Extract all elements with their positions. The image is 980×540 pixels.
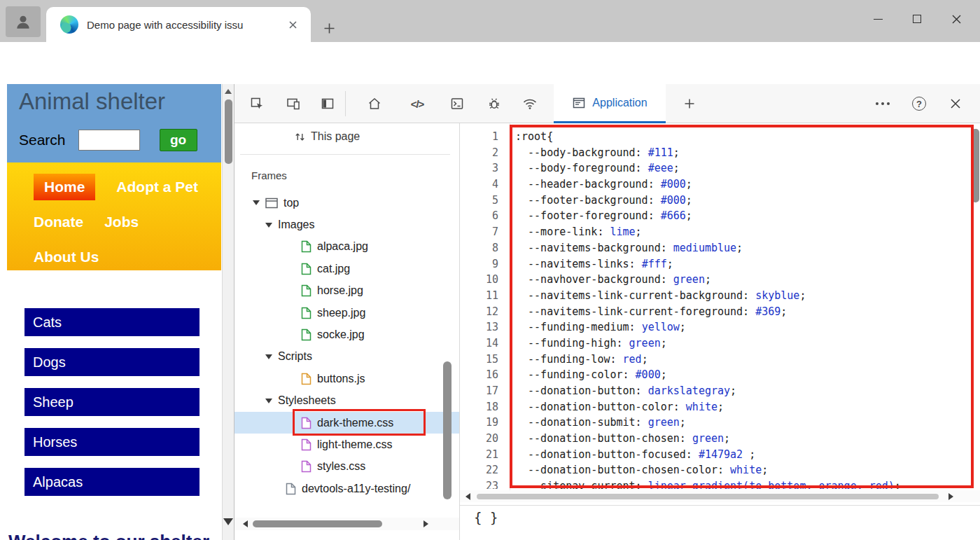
tree-item-dark-theme-css[interactable]: dark-theme.css <box>234 412 460 434</box>
close-devtools-button[interactable] <box>943 91 968 116</box>
tab-application-label: Application <box>592 97 647 109</box>
nav-item-home[interactable]: Home <box>34 174 95 200</box>
scroll-left-arrow-icon[interactable] <box>465 493 470 500</box>
devtools-toolbar: </> Application <box>234 84 980 123</box>
tree-item-cat-jpg[interactable]: cat.jpg <box>234 258 460 279</box>
device-emulation-icon <box>286 97 300 111</box>
line-number: 6 <box>460 208 510 224</box>
expand-arrow-icon[interactable] <box>265 399 272 403</box>
tree-item-scripts[interactable]: Scripts <box>234 346 460 368</box>
tree-item-devtools-a11y-testing[interactable]: devtools-a11y-testing/ <box>234 478 460 499</box>
code-hscrollbar-thumb[interactable] <box>477 494 939 499</box>
stylesheet-file-icon <box>301 460 312 473</box>
category-button-dogs[interactable]: Dogs <box>24 348 200 376</box>
page-scrollbar[interactable] <box>222 84 234 540</box>
tab-welcome[interactable] <box>362 91 387 116</box>
code-line: --donation-submit: green; <box>515 415 971 431</box>
help-icon: ? <box>912 97 926 111</box>
maximize-button[interactable] <box>897 3 937 35</box>
sidebar-scrollbar-thumb[interactable] <box>443 361 451 499</box>
tree-item-label: light-theme.css <box>317 438 393 451</box>
nav-item-about-us[interactable]: About Us <box>34 249 99 265</box>
code-line: --sitenav-current: linear-gradient(to bo… <box>515 478 971 489</box>
line-number: 5 <box>460 193 510 209</box>
scroll-right-arrow-icon[interactable] <box>424 520 428 527</box>
line-number: 15 <box>460 352 510 368</box>
more-tools-button[interactable] <box>870 91 895 116</box>
code-line: --navitems-link-current-foreground: #369… <box>515 304 971 320</box>
category-button-alpacas[interactable]: Alpacas <box>24 468 200 496</box>
line-number: 16 <box>460 367 510 383</box>
tab-close-icon[interactable] <box>284 16 301 33</box>
minimize-button[interactable] <box>858 3 897 35</box>
tree-item-light-theme-css[interactable]: light-theme.css <box>234 434 460 455</box>
tree-item-label: styles.css <box>317 460 365 473</box>
tab-sources-debugger[interactable] <box>482 91 507 116</box>
code-horizontal-scrollbar[interactable] <box>460 490 980 502</box>
search-input[interactable] <box>78 130 140 151</box>
pretty-print-button[interactable]: { } <box>474 510 498 525</box>
code-line: --navhover-background: green; <box>515 272 971 288</box>
wifi-icon <box>522 97 538 111</box>
scroll-down-arrow-icon[interactable] <box>223 518 233 525</box>
expand-arrow-icon[interactable] <box>265 223 272 228</box>
dock-side-button[interactable] <box>315 91 340 116</box>
scroll-left-arrow-icon[interactable] <box>243 520 248 527</box>
search-go-button[interactable]: go <box>160 129 197 151</box>
page-scrollbar-thumb[interactable] <box>225 99 232 164</box>
code-line: --header-background: #000; <box>515 176 971 193</box>
scroll-up-arrow-icon[interactable] <box>225 89 232 94</box>
nav-item-jobs[interactable]: Jobs <box>104 214 139 230</box>
scroll-right-arrow-icon[interactable] <box>948 493 953 500</box>
tab-application[interactable]: Application <box>554 84 666 123</box>
tab-title: Demo page with accessibility issu <box>87 19 243 31</box>
tree-item-socke-jpg[interactable]: socke.jpg <box>234 324 460 345</box>
category-button-horses[interactable]: Horses <box>24 428 200 456</box>
tree-item-label: devtools-a11y-testing/ <box>302 483 410 495</box>
bug-icon <box>487 97 501 111</box>
close-button[interactable] <box>937 3 976 35</box>
tree-item-stylesheets[interactable]: Stylesheets <box>234 390 460 412</box>
category-button-cats[interactable]: Cats <box>24 308 200 336</box>
browser-addressbar: https://microsoftedge.github.io/Demos/de… <box>0 42 980 84</box>
tab-network[interactable] <box>517 91 542 116</box>
code-scrollbar-thumb[interactable] <box>972 129 979 202</box>
close-icon <box>952 15 961 24</box>
category-button-sheep[interactable]: Sheep <box>24 388 200 416</box>
tab-elements[interactable]: </> <box>405 91 430 116</box>
tree-item-label: Images <box>278 219 314 231</box>
inspect-element-button[interactable] <box>244 91 270 116</box>
tree-item-label: top <box>284 197 299 209</box>
device-emulation-button[interactable] <box>281 91 306 116</box>
tab-console[interactable] <box>444 91 470 116</box>
application-sidebar: This page Frames topImagesalpaca.jpgcat.… <box>234 123 460 540</box>
browser-tab[interactable]: Demo page with accessibility issu <box>46 7 311 42</box>
tree-item-alpaca-jpg[interactable]: alpaca.jpg <box>234 236 460 258</box>
nav-item-adopt-a-pet[interactable]: Adopt a Pet <box>116 179 198 195</box>
line-number: 4 <box>460 176 510 193</box>
devtools-help-button[interactable]: ? <box>906 91 932 116</box>
site-nav: HomeAdopt a PetDonateJobsAbout Us <box>7 162 221 270</box>
new-tab-button[interactable] <box>319 18 339 38</box>
tree-item-label: cat.jpg <box>317 263 350 275</box>
this-page-selector[interactable]: This page <box>295 130 360 143</box>
profile-avatar[interactable] <box>6 6 41 37</box>
devtools-panel: </> Application <box>234 84 980 540</box>
tree-item-images[interactable]: Images <box>234 214 460 235</box>
source-status-bar: { } <box>460 506 980 540</box>
line-number: 21 <box>460 447 510 463</box>
tree-item-top[interactable]: top <box>234 192 460 214</box>
tree-item-sheep-jpg[interactable]: sheep.jpg <box>234 302 460 324</box>
tree-item-horse-jpg[interactable]: horse.jpg <box>234 280 460 302</box>
sidebar-hscrollbar-thumb[interactable] <box>253 520 382 527</box>
expand-arrow-icon[interactable] <box>265 354 272 359</box>
line-number: 7 <box>460 224 510 240</box>
add-tab-button[interactable] <box>677 91 702 116</box>
line-number: 10 <box>460 272 510 288</box>
nav-item-donate[interactable]: Donate <box>34 214 83 230</box>
tree-item-styles-css[interactable]: styles.css <box>234 456 460 478</box>
sidebar-horizontal-scrollbar[interactable] <box>234 518 459 530</box>
expand-arrow-icon[interactable] <box>253 200 260 205</box>
code-line: --donation-button: darkslategray; <box>515 383 971 399</box>
tree-item-buttons-js[interactable]: buttons.js <box>234 368 460 389</box>
